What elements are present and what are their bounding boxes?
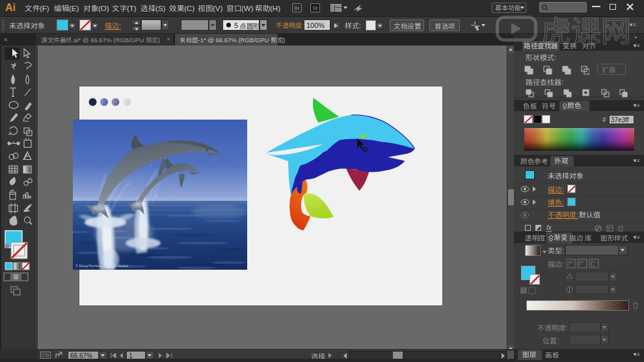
svg-text:© Doug Perrine : Bancroft Madr: © Doug Perrine : Bancroft Madrid [75, 264, 128, 268]
